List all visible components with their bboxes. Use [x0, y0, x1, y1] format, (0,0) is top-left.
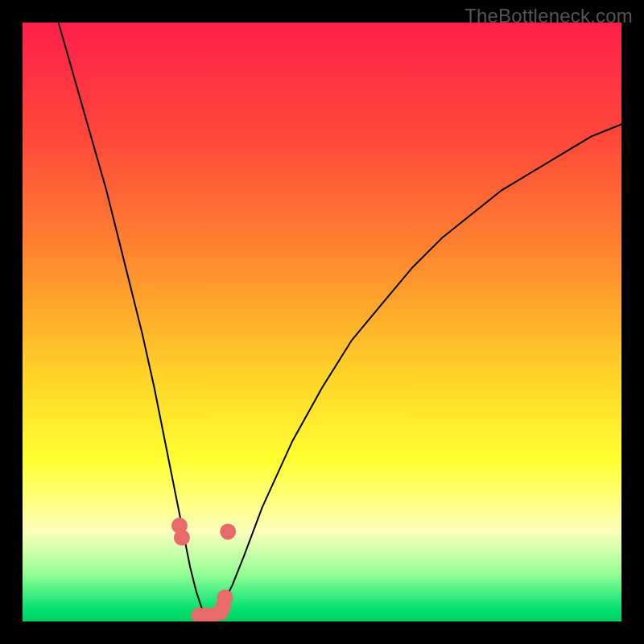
chart-frame: TheBottleneck.com [0, 0, 644, 644]
marker-point [220, 523, 236, 539]
plot-area [23, 23, 621, 621]
marker-point [174, 530, 190, 546]
marker-point [217, 589, 233, 605]
gradient-background [23, 23, 621, 621]
chart-svg [23, 23, 621, 621]
